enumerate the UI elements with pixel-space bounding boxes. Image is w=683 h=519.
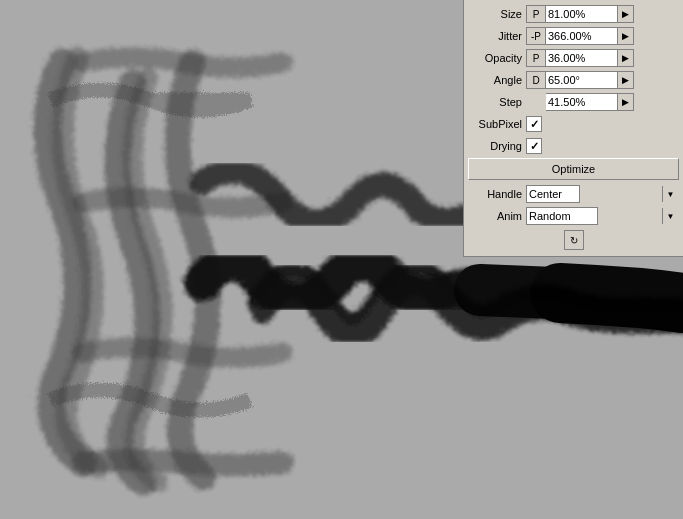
opacity-row: Opacity P ▶: [468, 48, 679, 68]
anim-dropdown-container: Random Sequential None ▼: [526, 207, 679, 225]
angle-label: Angle: [468, 74, 526, 86]
optimize-row: Optimize: [468, 158, 679, 182]
angle-row: Angle D ▶: [468, 70, 679, 90]
optimize-button[interactable]: Optimize: [468, 158, 679, 180]
opacity-label: Opacity: [468, 52, 526, 64]
reset-button[interactable]: ↻: [564, 230, 584, 250]
angle-prefix[interactable]: D: [526, 71, 546, 89]
subpixel-row: SubPixel ✓: [468, 114, 679, 134]
handle-dropdown[interactable]: Center Left Right: [526, 185, 580, 203]
angle-input[interactable]: [546, 71, 618, 89]
anim-dropdown-arrow-icon: ▼: [662, 208, 678, 224]
anim-label: Anim: [468, 210, 526, 222]
jitter-prefix[interactable]: -P: [526, 27, 546, 45]
angle-arrow[interactable]: ▶: [618, 71, 634, 89]
step-input[interactable]: [546, 93, 618, 111]
reset-icon: ↻: [570, 235, 578, 246]
handle-dropdown-container: Center Left Right ▼: [526, 185, 679, 203]
opacity-prefix[interactable]: P: [526, 49, 546, 67]
step-arrow[interactable]: ▶: [618, 93, 634, 111]
size-arrow[interactable]: ▶: [618, 5, 634, 23]
drying-checkbox[interactable]: ✓: [526, 138, 542, 154]
opacity-input[interactable]: [546, 49, 618, 67]
size-row: Size P ▶: [468, 4, 679, 24]
size-input[interactable]: [546, 5, 618, 23]
control-panel: Size P ▶ Jitter -P ▶ Opacity P ▶ Angle D…: [463, 0, 683, 257]
jitter-arrow[interactable]: ▶: [618, 27, 634, 45]
opacity-arrow[interactable]: ▶: [618, 49, 634, 67]
handle-label: Handle: [468, 188, 526, 200]
step-label: Step: [468, 96, 526, 108]
anim-dropdown[interactable]: Random Sequential None: [526, 207, 598, 225]
subpixel-checkbox[interactable]: ✓: [526, 116, 542, 132]
handle-row: Handle Center Left Right ▼: [468, 184, 679, 204]
size-prefix[interactable]: P: [526, 5, 546, 23]
drying-label: Drying: [468, 140, 526, 152]
handle-dropdown-arrow-icon: ▼: [662, 186, 678, 202]
bottom-btn-row: ↻: [468, 228, 679, 252]
drying-row: Drying ✓: [468, 136, 679, 156]
step-row: Step ▶: [468, 92, 679, 112]
subpixel-label: SubPixel: [468, 118, 526, 130]
jitter-row: Jitter -P ▶: [468, 26, 679, 46]
anim-row: Anim Random Sequential None ▼: [468, 206, 679, 226]
size-label: Size: [468, 8, 526, 20]
subpixel-check-mark: ✓: [530, 118, 539, 131]
jitter-label: Jitter: [468, 30, 526, 42]
jitter-input[interactable]: [546, 27, 618, 45]
drying-check-mark: ✓: [530, 140, 539, 153]
